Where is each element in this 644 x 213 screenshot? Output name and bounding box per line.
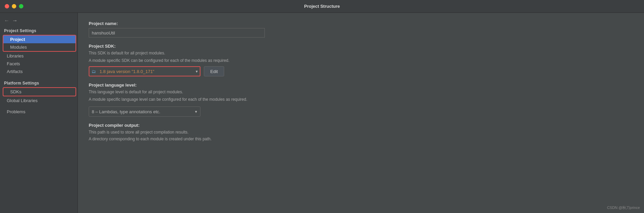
project-language-title: Project language level: [89,82,633,88]
sidebar-item-libraries[interactable]: Libraries [0,52,78,60]
compiler-output-desc2: A directory corresponding to each module… [89,136,633,142]
project-sdk-title: Project SDK: [89,44,633,49]
sidebar-nav: ← → [0,16,78,26]
sidebar-item-problems[interactable]: Problems [0,108,78,116]
platform-settings-header: Platform Settings [0,79,78,87]
compiler-output-desc1: This path is used to store all project c… [89,129,633,135]
main-layout: ← → Project Settings Project Modules Lib… [0,13,644,213]
highlighted-group-project: Project Modules [3,35,76,52]
highlighted-group-sdks: SDKs [3,87,76,96]
sidebar-item-project[interactable]: Project [3,36,76,43]
window-title: Project Structure [304,4,340,9]
sidebar-item-modules[interactable]: Modules [3,43,76,51]
sdk-select[interactable]: 1.8 java version "1.8.0_171" [89,66,200,76]
project-sdk-desc1: This SDK is default for all project modu… [89,50,633,56]
edit-sdk-button[interactable]: Edit [204,66,224,76]
title-bar: Project Structure [0,0,644,13]
compiler-output-title: Project compiler output: [89,123,633,128]
window-controls [5,4,23,8]
content-area: Project name: Project SDK: This SDK is d… [78,13,644,213]
back-arrow-icon[interactable]: ← [4,18,9,24]
project-settings-header: Project Settings [0,26,78,34]
language-select-wrapper: 8 – Lambdas, type annotations etc. ▼ [89,106,200,117]
compiler-section: Project compiler output: This path is us… [89,123,633,142]
sdk-row: 🗂 1.8 java version "1.8.0_171" ▼ Edit [89,66,633,76]
project-name-input[interactable] [89,28,265,38]
sidebar-item-facets[interactable]: Facets [0,60,78,68]
sidebar-item-sdks[interactable]: SDKs [3,88,76,96]
close-button[interactable] [5,4,9,8]
sdk-dropdown-wrapper: 🗂 1.8 java version "1.8.0_171" ▼ [89,66,200,76]
forward-arrow-icon[interactable]: → [12,18,18,24]
project-language-desc1: This language level is default for all p… [89,89,633,95]
sidebar-item-artifacts[interactable]: Artifacts [0,68,78,75]
language-level-select[interactable]: 8 – Lambdas, type annotations etc. [89,106,200,117]
sidebar-item-global-libraries[interactable]: Global Libraries [0,97,78,104]
project-sdk-desc2: A module specific SDK can be configured … [89,57,633,64]
watermark: CSDN @秋刀prince [607,205,640,210]
minimize-button[interactable] [12,4,16,8]
project-language-desc2: A module specific language level can be … [89,96,633,102]
project-name-label: Project name: [89,21,633,26]
sidebar: ← → Project Settings Project Modules Lib… [0,13,78,213]
maximize-button[interactable] [19,4,23,8]
